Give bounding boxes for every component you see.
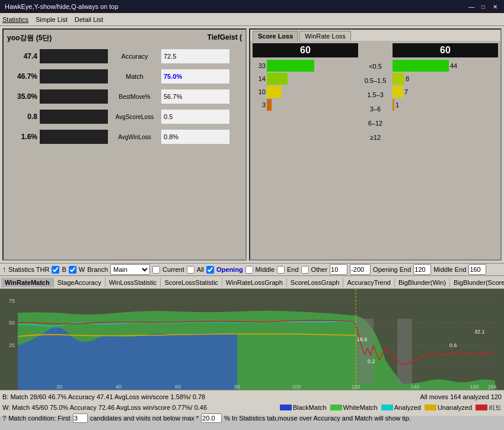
accuracy-right-val: 72.5 bbox=[161, 53, 176, 60]
range-label-3: 3–6 bbox=[370, 102, 381, 115]
accuracy-left-val: 47.4 bbox=[7, 52, 40, 60]
b-checkbox[interactable] bbox=[52, 266, 59, 274]
analyzed-color bbox=[381, 405, 393, 410]
tab-accuracytrend[interactable]: AccuracyTrend bbox=[343, 278, 395, 287]
other-value-input[interactable] bbox=[330, 264, 347, 275]
opening-label: Opening bbox=[216, 266, 243, 273]
analyzed-label: Analyzed bbox=[394, 404, 421, 411]
other-checkbox[interactable] bbox=[301, 266, 309, 274]
right-panel: Score Loss WinRate Loss 60 33 14 bbox=[249, 26, 504, 263]
status-line-2: W: Match 45/60 75.0% Accuracy 72.46 AvgL… bbox=[2, 402, 502, 413]
close-button[interactable]: ✕ bbox=[491, 2, 499, 11]
svg-text:0.6: 0.6 bbox=[449, 342, 457, 348]
candidates-end-label: candidates and visits not below max * bbox=[90, 415, 199, 422]
tab-stageaccuracy[interactable]: StageAccuracy bbox=[54, 278, 106, 287]
middle-checkbox[interactable] bbox=[245, 266, 253, 274]
legend-unanalyzed: Unanalyzed bbox=[425, 404, 472, 411]
dash-value-input[interactable] bbox=[350, 264, 371, 275]
status-bar: B: Match 28/60 46.7% Accuracy 47.41 AvgL… bbox=[0, 390, 504, 416]
legend-lead: 리드 bbox=[476, 403, 502, 412]
score-bar-row-2: 10 bbox=[253, 86, 358, 98]
tab-winratelossgraph[interactable]: WinRateLossGraph bbox=[222, 278, 287, 287]
chart-area: 75 50 25 18.6 0.2 0.6 32.1 20 40 60 80 1… bbox=[0, 289, 504, 390]
avgwinloss-right-bar: 0.8% bbox=[161, 130, 229, 144]
end-label: End bbox=[287, 266, 299, 273]
percent-end-label: % In Statistics tab,mouse over Accuracy … bbox=[224, 415, 411, 422]
opening-checkbox[interactable] bbox=[206, 266, 214, 274]
candidates-input[interactable] bbox=[73, 413, 88, 423]
bar-fill-left-2 bbox=[267, 86, 282, 98]
tab-bigblunderscore[interactable]: BigBlunder(Score) bbox=[450, 278, 504, 287]
tab-winrate-loss[interactable]: WinRate Loss bbox=[299, 31, 350, 41]
match-condition-label: Match condition: First bbox=[8, 415, 71, 422]
tab-scorelossgraph[interactable]: ScoreLossGraph bbox=[287, 278, 344, 287]
svg-text:140: 140 bbox=[410, 384, 419, 390]
range-labels: <0.5 0.5–1.5 1.5–3 3–6 6–12 ≥12 bbox=[361, 43, 390, 257]
range-label-1: 0.5–1.5 bbox=[365, 74, 387, 87]
lead-label: 리드 bbox=[489, 403, 502, 412]
menu-detail-list[interactable]: Detail List bbox=[75, 16, 103, 23]
score-bar-row-4 bbox=[253, 112, 358, 124]
svg-text:50: 50 bbox=[9, 320, 15, 326]
opening-end-input[interactable] bbox=[413, 264, 431, 275]
bar-fill-right-2 bbox=[393, 86, 403, 98]
left-panel: yoo강원 (5단) TiefGeist ( 47.4 Accuracy 72.… bbox=[0, 26, 249, 263]
menu-statistics[interactable]: Statistics bbox=[2, 16, 28, 23]
tab-winlossstatistic[interactable]: WinLossStatistic bbox=[106, 278, 161, 287]
accuracy-row: 47.4 Accuracy 72.5 bbox=[7, 48, 242, 65]
svg-text:32.1: 32.1 bbox=[474, 329, 485, 335]
tab-scorelossstatistic[interactable]: ScoreLossStatistic bbox=[161, 278, 222, 287]
match-label: Match bbox=[108, 73, 161, 80]
score-rbar-row-1: 8 bbox=[393, 73, 498, 85]
svg-text:120: 120 bbox=[351, 384, 360, 390]
bar-right-val-1: 8 bbox=[406, 75, 419, 82]
match-row: 46.7% Match 75.0% bbox=[7, 68, 242, 85]
w-checkbox[interactable] bbox=[69, 266, 76, 274]
middle-label: Middle bbox=[256, 266, 275, 273]
score-rbar-row-0: 44 bbox=[393, 60, 498, 72]
branch-label: Branch bbox=[87, 266, 108, 273]
branch-select[interactable]: Main Branch 1 bbox=[110, 264, 150, 275]
match-left-val: 46.7% bbox=[7, 72, 40, 81]
right-panel-inner: Score Loss WinRate Loss 60 33 14 bbox=[249, 28, 502, 261]
avgscoreloss-right-bar: 0.5 bbox=[161, 110, 229, 124]
end-checkbox[interactable] bbox=[277, 266, 285, 274]
minimize-button[interactable]: — bbox=[467, 2, 476, 11]
percent-value-input[interactable] bbox=[201, 413, 222, 423]
svg-text:75: 75 bbox=[9, 298, 15, 304]
whitematch-color bbox=[330, 405, 342, 410]
svg-text:80: 80 bbox=[234, 384, 240, 390]
menu-bar: Statistics Simple List Detail List bbox=[0, 13, 504, 26]
title-bar: HawkEye,Y-show/hide,Q-always on top — □ … bbox=[0, 0, 504, 13]
b-label: B bbox=[62, 266, 66, 273]
svg-text:164: 164 bbox=[487, 384, 496, 390]
tab-score-loss[interactable]: Score Loss bbox=[253, 31, 298, 41]
b-match-stats: B: Match 28/60 46.7% Accuracy 47.41 AvgL… bbox=[2, 393, 205, 400]
status-line-1: B: Match 28/60 46.7% Accuracy 47.41 AvgL… bbox=[2, 392, 502, 402]
middle-end-input[interactable] bbox=[468, 264, 486, 275]
left-panel-inner: yoo강원 (5단) TiefGeist ( 47.4 Accuracy 72.… bbox=[2, 28, 247, 261]
bottom-input-row: ? Match condition: First candidates and … bbox=[2, 413, 502, 423]
menu-simple-list[interactable]: Simple List bbox=[36, 16, 68, 23]
w-match-stats: W: Match 45/60 75.0% Accuracy 72.46 AvgL… bbox=[2, 404, 207, 411]
avgwinloss-left-val: 1.6% bbox=[7, 133, 40, 141]
svg-rect-8 bbox=[356, 319, 374, 384]
avgwinloss-label: AvgWinLoss bbox=[108, 134, 161, 140]
match-right-bar: 75.0% bbox=[161, 69, 229, 84]
svg-text:25: 25 bbox=[9, 342, 15, 348]
bar-fill-right-3 bbox=[393, 99, 394, 111]
window-controls: — □ ✕ bbox=[467, 2, 499, 11]
maximize-button[interactable]: □ bbox=[479, 2, 487, 11]
svg-text:40: 40 bbox=[116, 384, 122, 390]
current-checkbox[interactable] bbox=[152, 266, 160, 274]
svg-text:60: 60 bbox=[175, 384, 181, 390]
tab-winratematch[interactable]: WinRateMatch bbox=[1, 278, 54, 287]
w-label: W bbox=[79, 266, 85, 273]
svg-text:20: 20 bbox=[56, 384, 62, 390]
all-checkbox[interactable] bbox=[187, 266, 194, 274]
opening-end-label: Opening End bbox=[373, 266, 411, 273]
tab-bigblunderwin[interactable]: BigBlunder(Win) bbox=[395, 278, 450, 287]
unanalyzed-label: Unanalyzed bbox=[438, 404, 472, 411]
bar-right-val-2: 7 bbox=[404, 88, 417, 95]
svg-rect-9 bbox=[397, 319, 412, 384]
